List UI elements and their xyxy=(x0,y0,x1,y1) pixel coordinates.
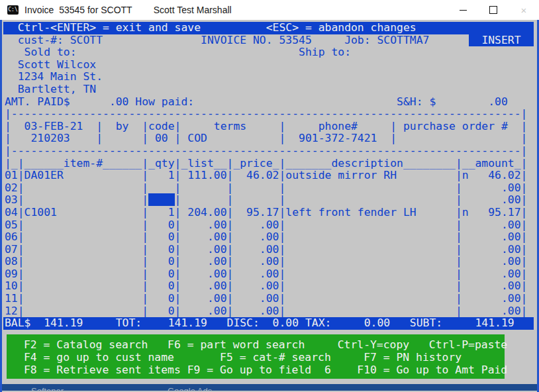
customer-city: Bartlett, TN xyxy=(5,83,537,96)
function-key-line: F2 = Catalog search F6 = part word searc… xyxy=(24,338,505,351)
console-screen[interactable]: Ctrl-<ENTER> = exit and save <ESC> = aba… xyxy=(2,20,537,383)
item-row-05: 05| | 0| .00| .00| | .00| xyxy=(5,219,537,232)
item-row-07: 07| | 0| .00| .00| | .00| xyxy=(5,244,537,256)
info-box-values: | 210203 | | 00 | COD | 901-372-7421 | | xyxy=(5,132,537,145)
background-text: Softener xyxy=(31,386,64,391)
item-row-04: 04|C1001 | 1| 204.00| 95.17|left front f… xyxy=(5,207,537,219)
window-title: Invoice 53545 for SCOTT xyxy=(24,5,132,15)
item-row-11: 11| | 0| .00| .00| | .00| xyxy=(5,293,537,305)
customer-name: Scott Wilcox xyxy=(5,59,537,72)
item-row-12: 12| | 0| .00| .00| | .00| xyxy=(5,305,537,318)
item-row-02: 02| | | | | | .00| xyxy=(5,182,537,195)
minimize-button[interactable] xyxy=(448,0,478,20)
items-table-header: |_|______item-#______|_qty|_list__|_pric… xyxy=(5,158,537,170)
close-button[interactable]: × xyxy=(509,0,539,20)
console-text: 03| | xyxy=(5,193,148,206)
console-icon: C:\ xyxy=(7,5,19,15)
background-strip: Softener Google Ads xyxy=(2,384,537,391)
console-text: | | | | .00| xyxy=(175,193,528,206)
customer-street: 1234 Main St. xyxy=(5,71,537,83)
function-key-line: F4 = go up to cust name F5 = cat-# searc… xyxy=(24,351,505,364)
minimize-icon xyxy=(460,10,467,11)
item-row-10: 10| | 0| .00| .00| | .00| xyxy=(5,280,537,293)
info-box-headers: | 03-FEB-21 | by |code| terms | phone# |… xyxy=(5,121,537,133)
sold-ship-labels: Sold to: Ship to: xyxy=(5,46,537,59)
title-bar: C:\ Invoice 53545 for SCOTT Scott Test M… xyxy=(0,0,539,20)
console-text: cust-#: SCOTT INVOICE NO. 53545 Job: SCO… xyxy=(5,34,469,46)
box-border: |---------------------------------------… xyxy=(5,145,537,158)
item-row-03: 03| | | | | | .00| xyxy=(5,194,537,207)
help-bar: Ctrl-<ENTER> = exit and save <ESC> = aba… xyxy=(3,22,534,34)
window-controls: × xyxy=(448,0,539,20)
amt-paid-line: AMT. PAID$ .00 How paid: S&H: $ .00 xyxy=(5,96,537,109)
insert-mode-badge: INSERT xyxy=(469,34,534,46)
window-subtitle: Scott Test Marshall xyxy=(154,5,232,15)
background-text: Google Ads xyxy=(168,386,212,391)
item-row-01: 01|DA01ER | 1| 111.00| 46.02|outside mir… xyxy=(5,170,537,182)
function-key-panel: F2 = Catalog search F6 = part word searc… xyxy=(7,334,505,379)
close-icon: × xyxy=(521,5,527,16)
invoice-header-line: cust-#: SCOTT INVOICE NO. 53545 Job: SCO… xyxy=(5,34,537,47)
box-border: |---------------------------------------… xyxy=(5,108,537,121)
item-row-08: 08| | 0| .00| .00| | .00| xyxy=(5,256,537,268)
function-key-line: F8 = Retrieve sent items F9 = Go up to f… xyxy=(24,364,505,376)
item-row-09: 09| | 0| .00| .00| | .00| xyxy=(5,268,537,281)
totals-bar: BAL$ 141.19 TOT: 141.19 DISC: 0.00 TAX: … xyxy=(3,317,534,330)
item-row-06: 06| | 0| .00| .00| | .00| xyxy=(5,231,537,244)
input-cursor[interactable] xyxy=(148,193,174,206)
maximize-icon xyxy=(489,6,497,14)
maximize-button[interactable] xyxy=(478,0,509,20)
window-border-left xyxy=(0,0,2,392)
